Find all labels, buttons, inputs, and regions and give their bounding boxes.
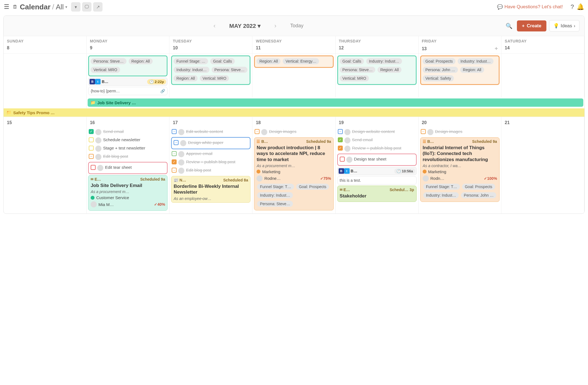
tag-pill[interactable]: Funnel Stage: … xyxy=(174,58,208,64)
chat-link[interactable]: 💬 Have Questions? Let's chat! xyxy=(497,4,563,10)
event-card[interactable]: ✉E…Scheduled 9a Job Site Delivery Email … xyxy=(88,175,168,211)
event-card[interactable]: Persona: Steve… Region: All Vertical: MR… xyxy=(88,55,168,76)
tag-pill[interactable]: Region: All xyxy=(377,67,401,73)
task[interactable]: –Edit blog post xyxy=(88,153,168,161)
breadcrumb[interactable]: All xyxy=(56,3,64,11)
tag-pill[interactable]: Vertical: Safety xyxy=(423,75,454,81)
tag-pill[interactable]: Persona: John … xyxy=(461,192,496,198)
ideas-button[interactable]: 💡Ideas› xyxy=(549,20,579,31)
tag-pill[interactable]: Goal: Prospects xyxy=(423,58,456,64)
tag-pill[interactable]: Vertical: MRO xyxy=(91,67,120,73)
checkbox-icon[interactable] xyxy=(89,146,94,151)
tag-pill[interactable]: Persona: Steve… xyxy=(91,58,126,64)
tag-pill[interactable]: Goal: Calls xyxy=(210,58,234,64)
day-cell[interactable]: 17 –Edit website content –Design white p… xyxy=(169,117,252,213)
tag-pill[interactable]: Goal: Prospects xyxy=(296,184,329,190)
checkbox-icon[interactable]: – xyxy=(172,168,177,173)
day-cell[interactable]: Region: All Vertical: Energy… xyxy=(252,54,335,97)
checkbox-icon[interactable]: – xyxy=(172,129,177,134)
tag-pill[interactable]: Vertical: Energy… xyxy=(283,58,319,64)
task[interactable]: Stage + test newsletter xyxy=(88,145,168,153)
tag-pill[interactable]: Goal: Prospects xyxy=(462,184,495,190)
checkbox-icon[interactable]: ✓ xyxy=(172,159,177,164)
event-card[interactable]: ☰B…Scheduled 9a Industrial Internet of T… xyxy=(420,137,500,202)
tag-pill[interactable]: Persona: Steve… xyxy=(340,67,376,73)
tag-pill[interactable]: Persona: Steve… xyxy=(257,201,293,207)
filter-button[interactable]: ▾ xyxy=(71,2,80,12)
day-cell[interactable] xyxy=(4,54,87,97)
month-label[interactable]: MAY 2022 ▾ xyxy=(229,23,261,29)
task[interactable]: –Design images xyxy=(420,128,500,136)
task[interactable]: ✓Send email xyxy=(337,136,417,145)
tag-pill[interactable]: Industry: Indust… xyxy=(458,58,493,64)
event-card[interactable]: ✉E…Schedul… 3p Stakeholder xyxy=(337,186,417,202)
event-card[interactable]: Funnel Stage: … Goal: Calls Industry: In… xyxy=(171,55,250,85)
task[interactable]: ✓Review + publish blog post xyxy=(171,158,250,167)
task[interactable]: –Design website content xyxy=(337,128,417,136)
campaign-banner[interactable]: 📁Safety Tips Promo … xyxy=(4,108,584,117)
tag-pill[interactable]: Funnel Stage: T… xyxy=(423,184,460,190)
task-highlight[interactable]: Design tear sheet xyxy=(337,154,417,166)
checkbox-icon[interactable]: – xyxy=(421,129,426,134)
tag-pill[interactable]: Region: All xyxy=(174,75,198,81)
today-button[interactable]: Today xyxy=(290,23,303,29)
add-icon[interactable]: + xyxy=(495,46,498,52)
task[interactable]: ✓Review + publish blog post xyxy=(337,145,417,153)
checkbox-icon[interactable]: – xyxy=(338,129,343,134)
tag-pill[interactable]: Vertical: MRO xyxy=(200,75,229,81)
day-cell[interactable]: 20 –Design images ☰B…Scheduled 9a Indust… xyxy=(419,117,501,213)
event-card[interactable]: Goal: Calls Industry: Indust… Persona: S… xyxy=(337,55,417,85)
event-card[interactable]: ☰B…Scheduled 9a New product introduction… xyxy=(254,137,333,210)
day-cell[interactable]: Goal: Prospects Industry: Indust… Person… xyxy=(419,54,501,97)
social-message[interactable]: Bt B… 10:56a xyxy=(337,167,417,175)
day-cell[interactable]: Persona: Steve… Region: All Vertical: MR… xyxy=(87,54,169,97)
tag-pill[interactable]: Vertical: MRO xyxy=(340,75,369,81)
create-button[interactable]: +Create xyxy=(517,20,546,31)
task[interactable]: –Edit blog post xyxy=(171,167,250,175)
task-highlight[interactable]: Edit tear sheet xyxy=(88,162,168,174)
checkbox-icon[interactable]: ✓ xyxy=(89,129,94,134)
message-preview[interactable]: this is a test. xyxy=(337,176,417,185)
tag-pill[interactable]: Region: All xyxy=(460,67,484,73)
hamburger-icon[interactable]: ☰ xyxy=(4,3,9,10)
chevron-down-icon[interactable]: ▾ xyxy=(65,5,67,9)
task[interactable]: ✓Send email xyxy=(88,128,168,136)
tag-pill[interactable]: Persona: John … xyxy=(423,67,458,73)
checkbox-icon[interactable] xyxy=(340,157,345,162)
help-icon[interactable]: ? xyxy=(571,3,574,10)
permalink-row[interactable]: {how-to} {perm…🔗 xyxy=(88,87,168,95)
social-message[interactable]: Bt B… 2:22p xyxy=(88,77,168,86)
day-cell[interactable]: 19 –Design website content ✓Send email ✓… xyxy=(336,117,419,213)
event-card[interactable]: Goal: Prospects Industry: Indust… Person… xyxy=(420,55,500,85)
event-card[interactable]: 📰N…Scheduled 8a Borderline Bi-Weekly Int… xyxy=(171,176,250,203)
tag-pill[interactable]: Persona: Steve… xyxy=(212,67,247,73)
checkbox-icon[interactable]: ✓ xyxy=(338,146,343,151)
day-cell[interactable]: 16 ✓Send email Schedule newsletter Stage… xyxy=(87,117,169,213)
day-cell[interactable]: Funnel Stage: … Goal: Calls Industry: In… xyxy=(169,54,252,97)
tag-pill[interactable]: Industry: Indust… xyxy=(423,192,459,198)
checkbox-icon[interactable]: ✓ xyxy=(338,137,343,142)
tag-pill[interactable]: Region: All xyxy=(257,58,280,64)
task[interactable]: –Design images xyxy=(254,128,333,136)
day-cell[interactable]: Goal: Calls Industry: Indust… Persona: S… xyxy=(336,54,419,97)
day-cell[interactable]: 18 –Design images ☰B…Scheduled 9a New pr… xyxy=(252,117,335,213)
notifications-icon[interactable]: 🔔 xyxy=(577,3,584,10)
task[interactable]: –Edit website content xyxy=(171,128,250,136)
day-cell[interactable] xyxy=(501,54,584,97)
task[interactable]: –Approve email xyxy=(171,150,250,158)
search-icon[interactable]: 🔍 xyxy=(506,23,513,29)
campaign-banner[interactable]: 📁Job Site Delivery … xyxy=(88,98,583,107)
tag-pill[interactable]: Goal: Calls xyxy=(340,58,364,64)
tag-pill[interactable]: Industry: Indust… xyxy=(257,192,293,198)
task-highlight[interactable]: –Design white paper xyxy=(171,137,250,149)
checkbox-icon[interactable]: – xyxy=(172,151,177,156)
task[interactable]: Schedule newsletter xyxy=(88,136,168,145)
day-cell[interactable]: 21 xyxy=(501,117,584,213)
checkbox-icon[interactable]: – xyxy=(89,154,94,159)
share-button[interactable]: ↗ xyxy=(93,2,103,12)
checkbox-icon[interactable] xyxy=(89,137,94,142)
checkbox-icon[interactable] xyxy=(91,165,96,170)
tag-pill[interactable]: Industry: Indust… xyxy=(366,58,402,64)
display-button[interactable]: 🖵 xyxy=(82,2,91,12)
tag-pill[interactable]: Region: All xyxy=(129,58,153,64)
